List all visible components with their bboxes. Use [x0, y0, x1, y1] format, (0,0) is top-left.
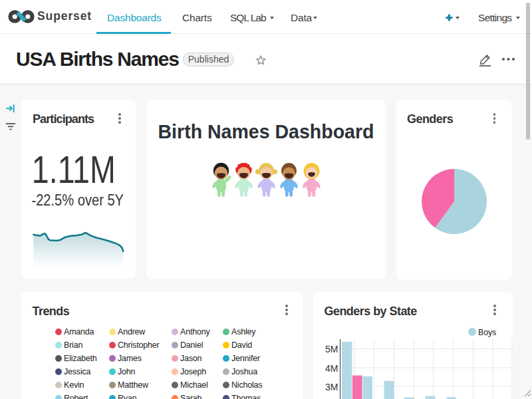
svg-text:4M: 4M [325, 363, 338, 374]
svg-text:-22.5% over 5Y: -22.5% over 5Y [32, 191, 124, 209]
svg-text:Birth Names Dashboard: Birth Names Dashboard [158, 120, 374, 142]
svg-text:1.11M: 1.11M [32, 153, 116, 191]
svg-text:3M: 3M [325, 382, 338, 392]
svg-text:5M: 5M [325, 344, 338, 354]
